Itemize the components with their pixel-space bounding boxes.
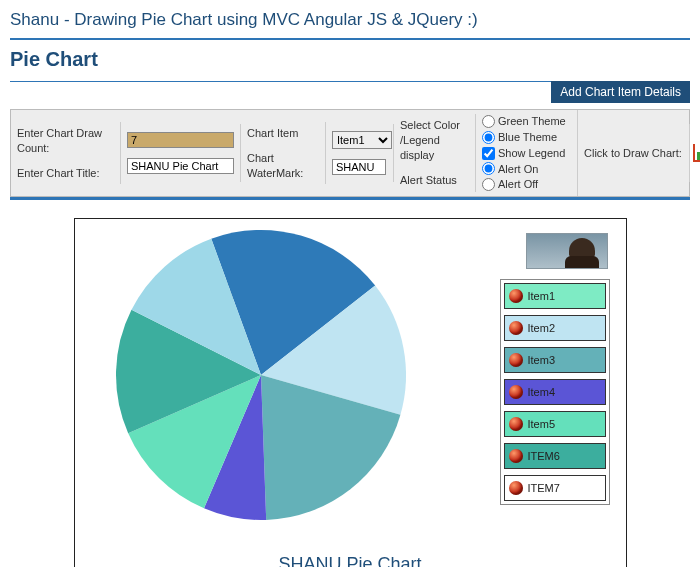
alert-on-radio[interactable]: Alert On <box>482 162 571 177</box>
legend-dot-icon <box>509 449 523 463</box>
bar-chart-icon <box>693 144 701 162</box>
draw-chart-label: Click to Draw Chart: <box>584 146 683 161</box>
chart-area: SHANU SHANU Pie Chart Item1Item2Item3Ite… <box>74 218 627 567</box>
chart-title-label: Enter Chart Title: <box>17 166 114 181</box>
legend-label: ITEM7 <box>528 482 560 494</box>
blue-theme-label: Blue Theme <box>498 130 557 145</box>
alert-off-radio[interactable]: Alert Off <box>482 177 571 192</box>
legend-dot-icon <box>509 385 523 399</box>
divider-top <box>10 38 690 40</box>
pie-chart <box>91 225 431 550</box>
legend-dot-icon <box>509 289 523 303</box>
legend-item[interactable]: ITEM6 <box>504 443 606 469</box>
legend-item[interactable]: Item3 <box>504 347 606 373</box>
legend-item[interactable]: Item2 <box>504 315 606 341</box>
labels-col1: Enter Chart Draw Count: Enter Chart Titl… <box>11 122 121 185</box>
pie-svg <box>91 225 431 525</box>
page-title: Shanu - Drawing Pie Chart using MVC Angu… <box>10 10 690 30</box>
inputs-col4: Item1 <box>326 124 394 182</box>
green-theme-label: Green Theme <box>498 114 566 129</box>
legend-item[interactable]: Item4 <box>504 379 606 405</box>
labels-col5: Select Color /Legend display Alert Statu… <box>394 114 476 191</box>
avatar <box>526 233 608 269</box>
labels-col3: Chart Item Chart WaterMark: <box>241 122 326 185</box>
legend-dot-icon <box>509 481 523 495</box>
chart-legend: Item1Item2Item3Item4Item5ITEM6ITEM7 <box>500 279 610 505</box>
legend-item[interactable]: Item5 <box>504 411 606 437</box>
inputs-col2 <box>121 124 241 182</box>
options-col6: Green Theme Blue Theme Show Legend Alert… <box>476 110 578 196</box>
legend-item[interactable]: ITEM7 <box>504 475 606 501</box>
green-theme-radio[interactable]: Green Theme <box>482 114 571 129</box>
alert-on-label: Alert On <box>498 162 538 177</box>
color-legend-label: Select Color /Legend display <box>400 118 469 163</box>
legend-label: Item1 <box>528 290 556 302</box>
chart-item-select[interactable]: Item1 <box>332 131 392 149</box>
show-legend-checkbox[interactable]: Show Legend <box>482 146 571 161</box>
legend-item[interactable]: Item1 <box>504 283 606 309</box>
draw-count-input[interactable] <box>127 132 234 148</box>
legend-dot-icon <box>509 353 523 367</box>
blue-theme-radio[interactable]: Blue Theme <box>482 130 571 145</box>
divider-controls-bottom <box>10 197 690 200</box>
alert-status-label: Alert Status <box>400 173 469 188</box>
show-legend-label: Show Legend <box>498 146 565 161</box>
draw-count-label: Enter Chart Draw Count: <box>17 126 114 156</box>
draw-label-cell: Click to Draw Chart: <box>578 124 690 182</box>
watermark-label: Chart WaterMark: <box>247 151 319 181</box>
chart-title: SHANU Pie Chart <box>83 554 618 567</box>
legend-dot-icon <box>509 417 523 431</box>
chart-item-label: Chart Item <box>247 126 319 141</box>
legend-label: ITEM6 <box>528 450 560 462</box>
legend-label: Item2 <box>528 322 556 334</box>
legend-dot-icon <box>509 321 523 335</box>
watermark-input[interactable] <box>332 159 386 175</box>
legend-label: Item5 <box>528 418 556 430</box>
add-chart-item-button[interactable]: Add Chart Item Details <box>551 81 690 103</box>
controls-panel: Enter Chart Draw Count: Enter Chart Titl… <box>10 109 690 197</box>
draw-chart-button[interactable] <box>690 124 700 182</box>
legend-label: Item3 <box>528 354 556 366</box>
section-title: Pie Chart <box>10 48 690 71</box>
alert-off-label: Alert Off <box>498 177 538 192</box>
legend-label: Item4 <box>528 386 556 398</box>
chart-title-input[interactable] <box>127 158 234 174</box>
